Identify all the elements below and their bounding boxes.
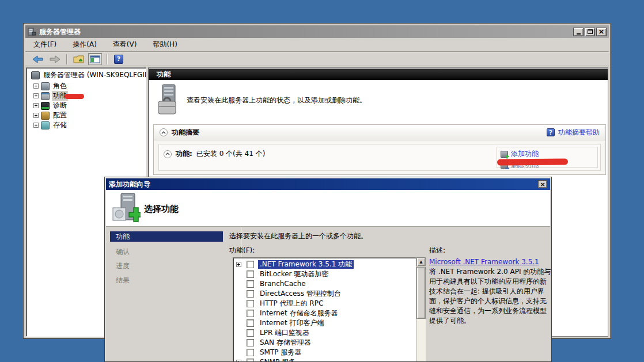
wizard-instruction: 选择要安装在此服务器上的一个或多个功能。 [229, 231, 368, 241]
wizard-step-features[interactable]: 功能 [110, 231, 223, 242]
feature-checkbox[interactable] [247, 300, 254, 307]
maximize-icon [588, 29, 593, 34]
title-bar[interactable]: 服务器管理器 [25, 25, 609, 38]
add-features-action[interactable]: 添加功能 [501, 148, 594, 159]
feature-description-link[interactable]: Microsoft .NET Framework 3.5.1 [429, 258, 539, 266]
tree-root[interactable]: 服务器管理器 (WIN-SK9EQLFGIL [29, 70, 146, 80]
feature-row[interactable]: DirectAccess 管理控制台 [233, 289, 425, 299]
window-title: 服务器管理器 [39, 27, 81, 37]
feature-row[interactable]: SMTP 服务器 [233, 348, 425, 357]
expand-icon[interactable] [236, 360, 241, 362]
feature-checkbox[interactable] [247, 359, 254, 362]
collapse-chevron-icon[interactable] [160, 128, 168, 136]
feature-checkbox[interactable] [247, 261, 254, 268]
feature-row[interactable]: SNMP 服务 [233, 357, 425, 362]
feature-checkbox[interactable] [247, 349, 254, 356]
back-button[interactable] [31, 53, 45, 65]
tree-item-features[interactable]: 功能 [33, 91, 68, 101]
expand-icon[interactable] [33, 103, 39, 108]
expand-icon[interactable] [33, 83, 39, 89]
minimize-button[interactable] [573, 28, 584, 36]
feature-row[interactable]: .NET Framework 3.5.1 功能 [233, 260, 425, 269]
dialog-close-button[interactable]: × [538, 180, 547, 188]
toolbar: ? [25, 52, 609, 66]
feature-row[interactable]: HTTP 代理上的 RPC [233, 299, 425, 308]
feature-row[interactable]: LPR 端口监视器 [233, 328, 425, 338]
feature-checkbox[interactable] [247, 319, 254, 327]
dialog-title-bar[interactable]: 添加功能向导 × [106, 178, 550, 190]
feature-row[interactable]: Internet 打印客户端 [233, 318, 425, 328]
close-button[interactable] [596, 28, 607, 36]
feature-checkbox[interactable] [247, 329, 254, 337]
feature-checkbox[interactable] [247, 290, 254, 298]
feature-label[interactable]: .NET Framework 3.5.1 功能 [258, 260, 354, 269]
tree-item-label: 配置 [52, 110, 68, 120]
forward-arrow-icon [49, 55, 60, 63]
pane-header: 功能 [149, 69, 608, 80]
expand-icon[interactable] [33, 123, 39, 128]
add-features-icon [501, 151, 508, 158]
feature-label[interactable]: SAN 存储管理器 [258, 338, 313, 347]
wizard-step-progress[interactable]: 进度 [116, 261, 130, 271]
feature-label[interactable]: DirectAccess 管理控制台 [258, 289, 343, 298]
tree-item-label: 诊断 [52, 101, 68, 110]
tree-item-label: 存储 [52, 120, 68, 130]
expand-icon[interactable] [33, 93, 39, 98]
features-list-scrollbar[interactable]: ▲ [416, 257, 426, 362]
wizard-step-confirmation[interactable]: 确认 [116, 247, 130, 257]
feature-label[interactable]: SMTP 服务器 [258, 348, 303, 357]
feature-label[interactable]: BranchCache [258, 280, 308, 288]
add-features-link[interactable]: 添加功能 [511, 149, 539, 159]
summary-title: 功能摘要 [172, 128, 199, 138]
feature-label[interactable]: Internet 存储命名服务器 [258, 309, 339, 318]
add-features-wizard-dialog: 添加功能向导 × 选择功能 功能 确认 进度 结果 选择要安装在此服务器上的一个… [104, 177, 552, 362]
menu-action[interactable]: 操作(A) [73, 40, 97, 49]
feature-row[interactable]: Internet 存储命名服务器 [233, 308, 425, 318]
collapse-chevron-icon[interactable] [164, 150, 172, 158]
feature-row[interactable]: SAN 存储管理器 [233, 338, 425, 348]
help-button[interactable]: ? [112, 53, 126, 65]
feature-description-text: 将 .NET Framework 2.0 API 的功能与用于构建具有以下功能的… [429, 267, 552, 326]
feature-checkbox[interactable] [247, 270, 254, 278]
feature-checkbox[interactable] [247, 339, 254, 346]
forward-button[interactable] [48, 53, 62, 65]
features-summary-section: 功能摘要 ? 功能摘要帮助 功能: 已安装 0 个(共 41 个) [153, 124, 606, 175]
feature-row[interactable]: BranchCache [233, 279, 425, 289]
feature-label[interactable]: HTTP 代理上的 RPC [258, 299, 325, 308]
feature-checkbox[interactable] [247, 280, 254, 288]
tree-item-configuration[interactable]: 配置 [33, 110, 68, 120]
expand-icon[interactable] [33, 113, 39, 118]
wizard-header: 选择功能 [106, 190, 550, 227]
feature-label[interactable]: Internet 打印客户端 [258, 319, 325, 327]
tree-item-label: 角色 [52, 81, 68, 91]
feature-checkbox[interactable] [247, 310, 254, 317]
features-label: 功能: [176, 149, 192, 159]
pane-description: 查看安装在此服务器上功能的状态，以及添加或删除功能。 [187, 96, 366, 105]
expand-icon[interactable] [236, 262, 241, 267]
storage-icon [41, 121, 50, 129]
features-list[interactable]: .NET Framework 3.5.1 功能 BitLocker 驱动器加密 … [233, 257, 426, 362]
scrollbar-thumb[interactable] [416, 267, 426, 319]
folder-icon [73, 55, 84, 63]
console-tree-toggle-button[interactable] [88, 53, 102, 65]
red-annotation-tree-features [65, 94, 84, 99]
menu-file[interactable]: 文件(F) [33, 40, 56, 49]
show-folder-button[interactable] [71, 53, 85, 65]
summary-header: 功能摘要 ? 功能摘要帮助 [154, 125, 605, 140]
scroll-up-icon[interactable]: ▲ [416, 257, 426, 266]
tree-item-storage[interactable]: 存储 [33, 120, 68, 130]
menu-help[interactable]: 帮助(H) [153, 40, 177, 49]
wizard-step-results[interactable]: 结果 [116, 276, 130, 285]
feature-label[interactable]: BitLocker 驱动器加密 [258, 270, 330, 279]
feature-label[interactable]: SNMP 服务 [258, 358, 297, 362]
tree-root-label: 服务器管理器 (WIN-SK9EQLFGIL [42, 70, 146, 80]
features-summary-help-link[interactable]: 功能摘要帮助 [558, 128, 600, 138]
roles-icon [41, 82, 50, 90]
help-icon: ? [547, 128, 555, 136]
maximize-button[interactable] [585, 28, 595, 36]
feature-row[interactable]: BitLocker 驱动器加密 [233, 269, 425, 279]
tree-item-roles[interactable]: 角色 [33, 81, 68, 91]
feature-label[interactable]: LPR 端口监视器 [258, 329, 311, 337]
tree-item-diagnostics[interactable]: 诊断 [33, 101, 68, 110]
menu-view[interactable]: 查看(V) [113, 40, 137, 49]
